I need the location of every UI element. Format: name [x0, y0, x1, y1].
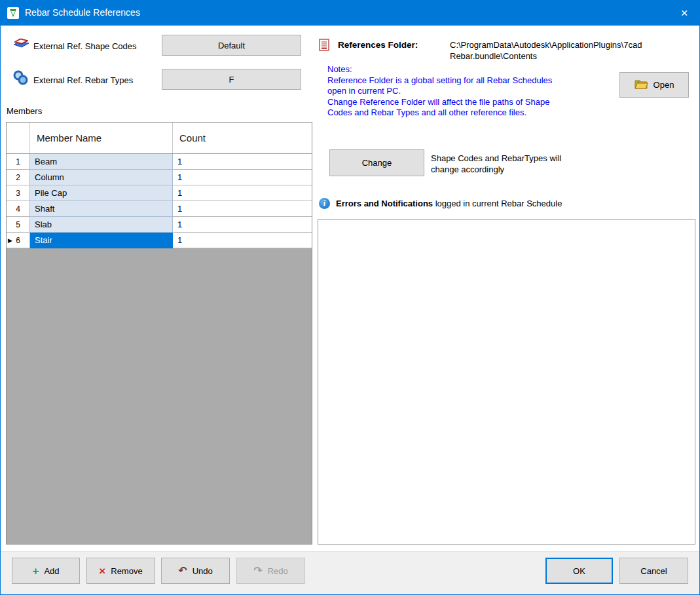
shape-codes-label: External Ref. Shape Codes: [33, 41, 137, 51]
table-row[interactable]: 3 Pile Cap 1: [7, 185, 312, 201]
members-label: Members: [7, 106, 42, 116]
rebar-types-label: External Ref. Rebar Types: [33, 75, 133, 85]
change-note-text: Shape Codes and RebarTypes will change a…: [431, 153, 583, 175]
change-button[interactable]: Change: [329, 149, 424, 176]
add-button[interactable]: + Add: [12, 558, 80, 584]
row-number: 5: [16, 220, 20, 229]
grid-header-row: Member Name Count: [7, 123, 312, 154]
remove-button-label: Remove: [111, 566, 142, 576]
redo-button[interactable]: ↷ Redo: [236, 558, 305, 584]
row-selector-header: [7, 123, 30, 153]
open-button[interactable]: Open: [619, 72, 689, 98]
ok-button[interactable]: OK: [545, 558, 613, 584]
cancel-button[interactable]: Cancel: [619, 558, 688, 584]
close-button[interactable]: ×: [669, 1, 699, 26]
redo-arrow-icon: ↷: [253, 566, 262, 576]
remove-x-icon: ×: [99, 566, 105, 577]
column-header-count[interactable]: Count: [173, 123, 312, 153]
row-selector[interactable]: 5: [7, 217, 30, 233]
member-name-cell[interactable]: Shaft: [30, 201, 173, 217]
window-title: Rebar Schedule References: [25, 7, 140, 18]
count-cell[interactable]: 1: [173, 154, 312, 170]
app-icon: [7, 7, 19, 19]
open-button-label: Open: [654, 80, 674, 90]
table-row[interactable]: 2 Column 1: [7, 170, 312, 185]
table-row[interactable]: 4 Shaft 1: [7, 201, 312, 217]
row-number: 4: [16, 204, 20, 214]
shape-codes-button[interactable]: Default: [162, 35, 301, 56]
member-name-cell[interactable]: Column: [30, 170, 173, 185]
references-folder-icon: [319, 39, 330, 54]
row-selector[interactable]: 4: [7, 201, 30, 217]
column-header-member-name[interactable]: Member Name: [30, 123, 173, 153]
members-grid: Member Name Count 1 Beam 1 2 Column 1 3 …: [6, 122, 312, 545]
shape-codes-icon: [12, 36, 30, 53]
dialog-rebar-schedule-references: Rebar Schedule References × External Ref…: [0, 0, 700, 595]
note-line-2: Change Reference Folder will affect the …: [327, 97, 562, 119]
count-cell[interactable]: 1: [173, 185, 312, 201]
member-name-cell[interactable]: Slab: [30, 217, 173, 233]
notes-text: Notes: Reference Folder is a global sett…: [327, 64, 562, 119]
member-name-cell[interactable]: Beam: [30, 154, 173, 170]
errors-label-rest: logged in current Rebar Schedule: [433, 199, 562, 208]
references-folder-path: C:\ProgramData\Autodesk\ApplicationPlugi…: [450, 39, 661, 62]
errors-notifications-label: Errors and Notifications logged in curre…: [336, 199, 562, 208]
undo-arrow-icon: ↶: [178, 566, 187, 576]
title-bar: Rebar Schedule References ×: [1, 1, 699, 26]
references-folder-label: References Folder:: [338, 40, 418, 50]
count-cell[interactable]: 1: [173, 217, 312, 233]
member-name-cell[interactable]: Stair: [30, 233, 173, 248]
count-cell[interactable]: 1: [173, 201, 312, 217]
count-cell[interactable]: 1: [173, 233, 312, 248]
row-number: 2: [16, 173, 20, 182]
info-icon: i: [319, 198, 330, 209]
row-number: 1: [16, 157, 20, 166]
row-selector[interactable]: 2: [7, 170, 30, 185]
table-row[interactable]: 5 Slab 1: [7, 217, 312, 233]
member-name-cell[interactable]: Pile Cap: [30, 185, 173, 201]
errors-label-bold: Errors and Notifications: [336, 199, 433, 208]
undo-button-label: Undo: [193, 566, 213, 576]
undo-button[interactable]: ↶ Undo: [161, 558, 230, 584]
row-number: 6: [16, 236, 20, 245]
count-cell[interactable]: 1: [173, 170, 312, 185]
open-folder-icon: [635, 79, 648, 92]
plus-icon: +: [32, 566, 39, 577]
remove-button[interactable]: × Remove: [86, 558, 155, 584]
rebar-types-icon: [12, 70, 29, 88]
row-selector[interactable]: ▶ 6: [7, 233, 30, 248]
errors-log-panel: [318, 219, 695, 545]
notes-title: Notes:: [327, 64, 562, 75]
row-number: 3: [16, 189, 20, 198]
add-button-label: Add: [44, 566, 59, 576]
row-selector[interactable]: 3: [7, 185, 30, 201]
note-line-1: Reference Folder is a global setting for…: [327, 75, 562, 97]
redo-button-label: Redo: [268, 566, 288, 576]
table-row-selected[interactable]: ▶ 6 Stair 1: [7, 233, 312, 248]
table-row[interactable]: 1 Beam 1: [7, 154, 312, 170]
current-row-marker-icon: ▶: [8, 237, 12, 244]
rebar-types-button[interactable]: F: [162, 69, 301, 90]
row-selector[interactable]: 1: [7, 154, 30, 170]
